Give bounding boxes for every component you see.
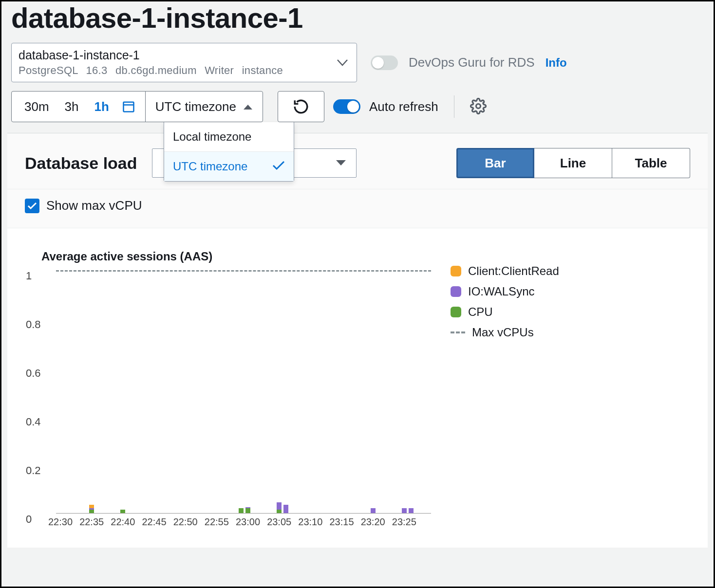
calendar-icon[interactable] xyxy=(122,100,135,113)
instance-selector[interactable]: database-1-instance-1 PostgreSQL 16.3 db… xyxy=(11,43,357,82)
header-row: database-1-instance-1 PostgreSQL 16.3 db… xyxy=(1,43,714,91)
instance-name: database-1-instance-1 xyxy=(19,48,335,62)
check-icon xyxy=(272,160,285,173)
legend-item-io[interactable]: IO:WALSync xyxy=(451,285,688,298)
x-tick: 22:40 xyxy=(111,516,135,528)
chart-area: Average active sessions (AAS) 00.20.40.6… xyxy=(41,250,431,533)
auto-refresh-section: Auto refresh xyxy=(333,99,438,114)
chevron-up-icon xyxy=(243,104,253,110)
panel-subheader: Show max vCPU xyxy=(7,189,708,228)
show-max-vcpu-checkbox[interactable] xyxy=(25,199,39,213)
svg-rect-0 xyxy=(123,102,133,112)
x-tick: 23:00 xyxy=(236,516,260,528)
divider xyxy=(454,95,455,118)
bar xyxy=(402,508,407,513)
timezone-dropdown: Local timezone UTC timezone xyxy=(164,122,294,182)
bar xyxy=(409,508,414,513)
x-tick: 23:15 xyxy=(329,516,354,528)
x-tick: 23:20 xyxy=(361,516,385,528)
range-30m[interactable]: 30m xyxy=(21,99,52,114)
y-tick: 0.6 xyxy=(26,367,41,380)
legend-swatch xyxy=(451,307,461,317)
legend-swatch xyxy=(451,266,461,276)
chevron-down-icon xyxy=(337,59,348,66)
chart-wrap: Average active sessions (AAS) 00.20.40.6… xyxy=(7,228,708,548)
legend-item-cpu[interactable]: CPU xyxy=(451,305,688,319)
refresh-button[interactable] xyxy=(278,91,324,122)
x-tick: 23:05 xyxy=(267,516,291,528)
instance-class: db.c6gd.medium xyxy=(115,64,197,76)
show-max-vcpu-label: Show max vCPU xyxy=(46,198,142,213)
range-3h[interactable]: 3h xyxy=(62,99,82,114)
instance-meta: PostgreSQL 16.3 db.c6gd.medium Writer in… xyxy=(19,64,335,77)
tab-table[interactable]: Table xyxy=(612,148,690,178)
x-tick: 22:50 xyxy=(173,516,198,528)
y-tick: 0.8 xyxy=(26,318,41,331)
x-tick: 22:45 xyxy=(142,516,166,528)
legend-label: Client:ClientRead xyxy=(468,264,559,278)
legend-item-client[interactable]: Client:ClientRead xyxy=(451,264,688,278)
legend-swatch-dash xyxy=(451,331,465,333)
bar xyxy=(239,508,244,513)
instance-engine: PostgreSQL xyxy=(19,64,78,76)
chart-title: Average active sessions (AAS) xyxy=(41,250,431,263)
tab-line[interactable]: Line xyxy=(534,148,612,178)
chart-x-labels: 22:3022:3522:4022:4522:5022:5523:0023:05… xyxy=(56,516,431,533)
bar xyxy=(245,507,250,514)
y-tick: 0.2 xyxy=(26,464,41,477)
x-tick: 22:30 xyxy=(48,516,73,528)
devops-guru-toggle[interactable] xyxy=(371,55,398,70)
toolbar-row: 30m 3h 1h UTC timezone xyxy=(1,91,714,133)
timezone-label: UTC timezone xyxy=(155,99,236,114)
x-tick: 23:10 xyxy=(298,516,322,528)
x-tick: 22:35 xyxy=(79,516,104,528)
database-load-panel: Database load Bar Line Table Show max vC… xyxy=(7,133,708,548)
timezone-option-label: Local timezone xyxy=(173,130,251,144)
instance-version: 16.3 xyxy=(86,64,107,76)
bar xyxy=(89,505,94,514)
auto-refresh-toggle[interactable] xyxy=(333,99,360,114)
timezone-option-local[interactable]: Local timezone xyxy=(164,122,294,151)
chart-bars xyxy=(56,270,431,514)
y-tick: 0.4 xyxy=(26,416,41,428)
chart-legend: Client:ClientRead IO:WALSync CPU Max vCP… xyxy=(451,250,688,533)
bar xyxy=(277,502,282,514)
panel-title: Database load xyxy=(25,154,137,173)
y-tick: 1 xyxy=(26,270,32,282)
bar xyxy=(283,505,288,514)
range-1h[interactable]: 1h xyxy=(92,99,112,114)
page-title: database-1-instance-1 xyxy=(1,1,714,34)
chart-plot[interactable]: 00.20.40.60.81 xyxy=(56,270,431,514)
svg-point-8 xyxy=(476,104,481,108)
legend-label: CPU xyxy=(468,305,493,319)
x-tick: 22:55 xyxy=(205,516,229,528)
bar xyxy=(371,508,376,513)
tab-bar[interactable]: Bar xyxy=(456,148,534,178)
show-max-vcpu-row[interactable]: Show max vCPU xyxy=(25,198,690,213)
y-tick: 0 xyxy=(26,513,32,526)
info-link[interactable]: Info xyxy=(546,56,567,70)
panel-header: Database load Bar Line Table xyxy=(7,133,708,189)
refresh-icon xyxy=(293,98,309,115)
legend-item-max[interactable]: Max vCPUs xyxy=(451,326,688,339)
devops-guru-section: DevOps Guru for RDS Info xyxy=(371,55,567,70)
chevron-down-icon xyxy=(336,160,346,166)
legend-label: Max vCPUs xyxy=(472,326,534,339)
bar xyxy=(120,510,125,514)
legend-swatch xyxy=(451,286,461,297)
x-tick: 23:25 xyxy=(392,516,416,528)
time-range-group: 30m 3h 1h UTC timezone xyxy=(11,91,263,122)
timezone-selector[interactable]: UTC timezone xyxy=(145,91,263,122)
legend-label: IO:WALSync xyxy=(468,285,534,298)
timezone-option-utc[interactable]: UTC timezone xyxy=(164,151,294,181)
gear-icon[interactable] xyxy=(470,98,487,116)
instance-role: Writer instance xyxy=(205,64,283,76)
devops-guru-label: DevOps Guru for RDS xyxy=(409,55,535,70)
timezone-option-label: UTC timezone xyxy=(173,160,247,173)
view-tabs: Bar Line Table xyxy=(456,148,690,178)
time-range-segment: 30m 3h 1h xyxy=(11,91,146,122)
auto-refresh-label: Auto refresh xyxy=(369,99,438,114)
